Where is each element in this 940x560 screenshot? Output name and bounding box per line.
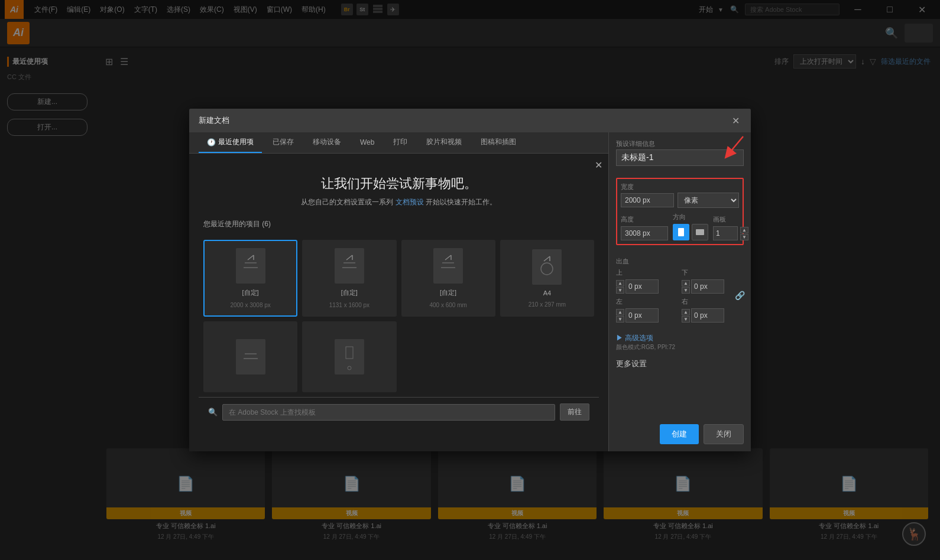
template-item-2[interactable]: [自定] 1131 x 1600 px — [302, 240, 396, 317]
height-group: 高度 — [621, 215, 668, 240]
svg-rect-3 — [239, 251, 262, 281]
dialog-overlay: 新建文档 ✕ 🕐 最近使用项 已保存 移动设备 Web 打印 胶片和视频 图稿 — [0, 0, 940, 560]
template-size-4: 210 x 297 mm — [529, 301, 566, 308]
svg-rect-28 — [678, 228, 684, 236]
color-mode-info: 颜色模式:RGB, PPI:72 — [616, 343, 744, 351]
stock-search-dialog-input[interactable] — [222, 404, 555, 421]
dimension-settings-box: 宽度 像素毫米厘米英寸 高度 方向 — [616, 178, 744, 245]
template-name-3: [自定] — [440, 288, 456, 297]
dialog-body: 🕐 最近使用项 已保存 移动设备 Web 打印 胶片和视频 图稿和插图 ✕ 让我… — [189, 132, 751, 451]
template-icon-5 — [236, 339, 265, 375]
svg-rect-13 — [436, 251, 460, 281]
bleed-right-input[interactable] — [691, 308, 724, 323]
welcome-banner: ✕ 让我们开始尝试新事物吧。 从您自己的文档设置或一系列 文档预设 开始以快速开… — [189, 154, 608, 451]
dialog-footer: 创建 关闭 — [616, 418, 744, 444]
bleed-bottom-decrement[interactable]: ▼ — [682, 287, 690, 294]
template-item-6[interactable] — [302, 321, 396, 392]
unit-select[interactable]: 像素毫米厘米英寸 — [678, 193, 739, 208]
bleed-left-input[interactable] — [625, 308, 659, 323]
template-icon-2 — [335, 248, 364, 284]
recent-items-header: 您最近使用的项目 (6) — [199, 219, 599, 229]
dialog-right-panel: 预设详细信息 宽度 — [609, 132, 751, 451]
new-document-dialog: 新建文档 ✕ 🕐 最近使用项 已保存 移动设备 Web 打印 胶片和视频 图稿 — [189, 109, 751, 451]
bleed-bottom-increment[interactable]: ▲ — [682, 280, 690, 286]
bleed-left-decrement[interactable]: ▼ — [616, 316, 624, 323]
artboard-stepper: ▲ ▼ — [740, 227, 748, 240]
preset-link[interactable]: 文档预设 — [396, 198, 424, 206]
more-settings[interactable]: 更多设置 — [616, 359, 744, 369]
dialog-title: 新建文档 — [199, 115, 229, 126]
artboard-group: 画板 ▲ ▼ — [713, 215, 748, 240]
bleed-bottom-item: 下 ▲ ▼ — [682, 268, 744, 294]
portrait-button[interactable] — [673, 224, 689, 240]
template-name-4: A4 — [543, 289, 551, 297]
bleed-bottom-input[interactable] — [691, 279, 724, 294]
artboard-increment-button[interactable]: ▲ — [740, 227, 748, 233]
bleed-bottom-label: 下 — [682, 268, 744, 277]
template-item-4[interactable]: A4 210 x 297 mm — [500, 240, 594, 317]
bleed-top-increment[interactable]: ▲ — [616, 280, 624, 286]
width-input[interactable] — [621, 193, 674, 207]
bleed-top-item: 上 ▲ ▼ — [616, 268, 678, 294]
banner-close-button[interactable]: ✕ — [595, 159, 602, 171]
template-size-3: 400 x 600 mm — [429, 302, 466, 308]
template-grid: [自定] 2000 x 3008 px — [199, 235, 599, 397]
link-bleed-icon[interactable]: 🔗 — [735, 291, 745, 300]
dialog-close-button[interactable]: ✕ — [730, 115, 741, 126]
bleed-left-label: 左 — [616, 297, 678, 306]
template-item-5[interactable] — [203, 321, 297, 392]
bleed-right-decrement[interactable]: ▼ — [682, 316, 690, 323]
height-label: 高度 — [621, 215, 668, 224]
bleed-top-row: ▲ ▼ — [616, 279, 678, 294]
width-label: 宽度 — [621, 183, 739, 191]
artboard-input[interactable] — [713, 226, 738, 240]
bleed-left-stepper: ▲ ▼ — [616, 309, 624, 323]
tab-mobile[interactable]: 移动设备 — [304, 132, 349, 153]
create-button[interactable]: 创建 — [660, 424, 699, 444]
welcome-subtitle: 从您自己的文档设置或一系列 文档预设 开始以快速开始工作。 — [199, 197, 599, 207]
bleed-top-input[interactable] — [625, 279, 659, 294]
clock-icon: 🕐 — [207, 138, 216, 146]
template-icon-6 — [335, 339, 364, 375]
tab-film[interactable]: 胶片和视频 — [418, 132, 470, 153]
landscape-button[interactable] — [692, 224, 708, 240]
close-dialog-button[interactable]: 关闭 — [704, 424, 744, 444]
bleed-grid: 上 ▲ ▼ 下 — [616, 268, 744, 323]
bleed-right-increment[interactable]: ▲ — [682, 309, 690, 315]
bleed-right-item: 右 ▲ ▼ — [682, 297, 744, 323]
tab-print[interactable]: 打印 — [385, 132, 416, 153]
bleed-top-label: 上 — [616, 268, 678, 277]
advanced-toggle[interactable]: ▶ 高级选项 — [616, 333, 744, 343]
dialog-left-panel: 🕐 最近使用项 已保存 移动设备 Web 打印 胶片和视频 图稿和插图 ✕ 让我… — [189, 132, 609, 451]
bleed-left-increment[interactable]: ▲ — [616, 309, 624, 315]
orientation-label: 方向 — [673, 213, 708, 222]
tab-recent[interactable]: 🕐 最近使用项 — [199, 132, 262, 153]
bleed-top-stepper: ▲ ▼ — [616, 280, 624, 294]
tab-web[interactable]: Web — [352, 132, 383, 153]
template-icon-3 — [433, 248, 463, 284]
template-name-2: [自定] — [341, 288, 358, 297]
template-item-1[interactable]: [自定] 2000 x 3008 px — [203, 240, 297, 317]
width-row: 像素毫米厘米英寸 — [621, 193, 739, 208]
template-size-2: 1131 x 1600 px — [329, 302, 369, 308]
template-size-1: 2000 x 3008 px — [230, 302, 270, 308]
svg-rect-8 — [338, 251, 361, 281]
tab-illustration[interactable]: 图稿和插图 — [472, 132, 524, 153]
tab-saved[interactable]: 已保存 — [264, 132, 302, 153]
template-name-1: [自定] — [242, 288, 259, 297]
bleed-top-decrement[interactable]: ▼ — [616, 287, 624, 294]
dialog-tabs: 🕐 最近使用项 已保存 移动设备 Web 打印 胶片和视频 图稿和插图 — [189, 132, 608, 154]
bleed-left-item: 左 ▲ ▼ — [616, 297, 678, 323]
bleed-bottom-stepper: ▲ ▼ — [682, 280, 690, 294]
height-input[interactable] — [621, 226, 668, 240]
stock-search-go-button[interactable]: 前往 — [560, 403, 589, 421]
artboard-input-row: ▲ ▼ — [713, 226, 748, 240]
stock-search-bar: 🔍 前往 — [199, 397, 599, 426]
artboard-decrement-button[interactable]: ▼ — [740, 234, 748, 240]
template-item-3[interactable]: [自定] 400 x 600 mm — [401, 240, 495, 317]
stock-search-magnifier-icon: 🔍 — [208, 408, 218, 416]
svg-rect-29 — [696, 229, 704, 235]
artboard-label: 画板 — [713, 215, 748, 224]
svg-rect-22 — [239, 342, 262, 372]
template-icon-1 — [236, 248, 265, 284]
